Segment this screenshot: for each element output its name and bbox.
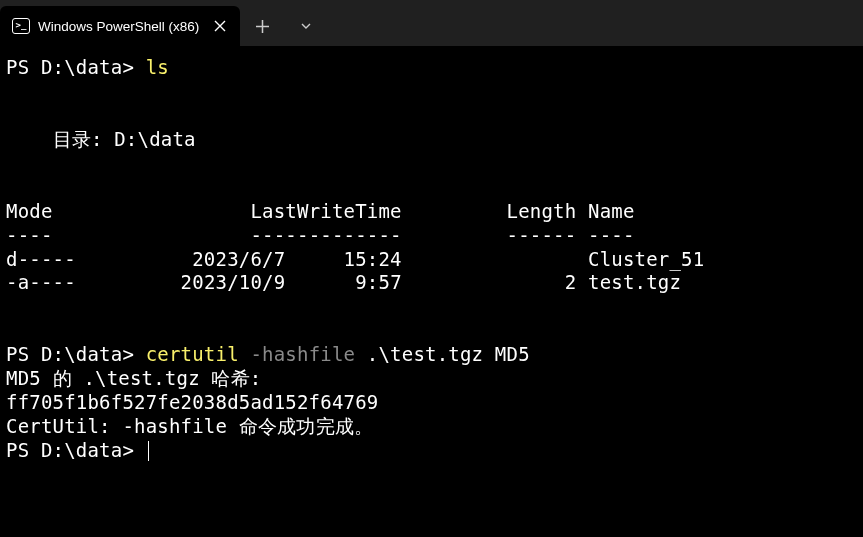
output-hash: ff705f1b6f527fe2038d5ad152f64769: [6, 391, 378, 413]
tab-dropdown-button[interactable]: [284, 6, 328, 46]
directory-line: 目录: D:\data: [6, 128, 196, 150]
titlebar: >_ Windows PowerShell (x86): [0, 0, 863, 46]
output-line: CertUtil: -hashfile 命令成功完成。: [6, 415, 373, 437]
table-row: d----- 2023/6/7 15:24 Cluster_51: [6, 248, 704, 270]
command-certutil: certutil: [146, 343, 239, 365]
command-arg: .\test.tgz MD5: [355, 343, 530, 365]
prompt: PS D:\data>: [6, 56, 134, 78]
prompt: PS D:\data>: [6, 343, 134, 365]
table-row: -a---- 2023/10/9 9:57 2 test.tgz: [6, 271, 681, 293]
output-line: MD5 的 .\test.tgz 哈希:: [6, 367, 261, 389]
close-tab-button[interactable]: [208, 14, 232, 38]
tab-powershell[interactable]: >_ Windows PowerShell (x86): [0, 6, 240, 46]
tab-title: Windows PowerShell (x86): [38, 19, 200, 34]
col-lwt: LastWriteTime: [250, 200, 401, 222]
new-tab-button[interactable]: [240, 6, 284, 46]
terminal-output[interactable]: PS D:\data> ls 目录: D:\data Mode LastWrit…: [0, 46, 863, 473]
command-ls: ls: [146, 56, 169, 78]
command-arg: -hashfile: [250, 343, 355, 365]
powershell-icon: >_: [12, 17, 30, 35]
col-length: Length: [507, 200, 577, 222]
prompt: PS D:\data>: [6, 439, 134, 461]
col-mode: Mode: [6, 200, 53, 222]
col-name: Name: [588, 200, 635, 222]
cursor: [148, 441, 150, 461]
